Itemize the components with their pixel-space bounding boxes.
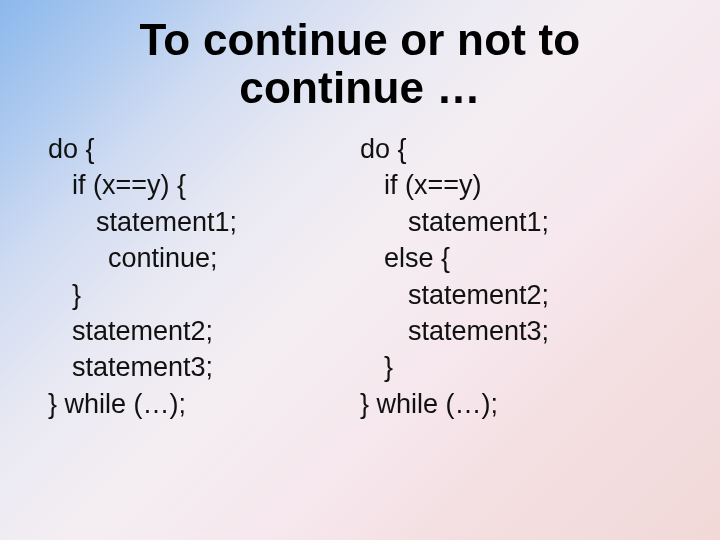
code-line: do { — [360, 131, 672, 167]
code-line: statement1; — [48, 204, 360, 240]
slide: To continue or not to continue … do { if… — [0, 0, 720, 540]
code-line: } — [48, 277, 360, 313]
code-columns: do { if (x==y) { statement1; continue; }… — [48, 131, 672, 423]
code-line: } — [360, 349, 672, 385]
code-line: do { — [48, 131, 360, 167]
code-line: if (x==y) { — [48, 167, 360, 203]
code-line: statement3; — [360, 313, 672, 349]
code-line: statement2; — [360, 277, 672, 313]
right-code-column: do { if (x==y) statement1; else { statem… — [360, 131, 672, 423]
code-line: if (x==y) — [360, 167, 672, 203]
code-line: statement3; — [48, 349, 360, 385]
code-line: statement1; — [360, 204, 672, 240]
left-code-column: do { if (x==y) { statement1; continue; }… — [48, 131, 360, 423]
slide-title: To continue or not to continue … — [48, 16, 672, 113]
code-line: } while (…); — [48, 386, 360, 422]
code-line: statement2; — [48, 313, 360, 349]
code-line: continue; — [48, 240, 360, 276]
code-line: } while (…); — [360, 386, 672, 422]
code-line: else { — [360, 240, 672, 276]
